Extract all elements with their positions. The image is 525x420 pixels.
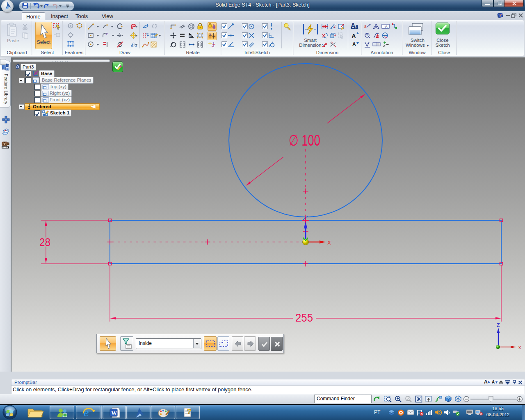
svg-text:?: ? (500, 13, 502, 17)
svg-text:255: 255 (295, 311, 313, 324)
svg-text:Z: Z (497, 322, 500, 328)
svg-text:W: W (111, 410, 117, 416)
svg-text:x: x (518, 345, 521, 350)
svg-text:-A-: -A- (384, 25, 389, 29)
svg-text:?: ? (187, 408, 191, 415)
svg-text:∅ 100: ∅ 100 (289, 132, 320, 149)
svg-text:28: 28 (39, 236, 50, 249)
svg-text:A1: A1 (384, 35, 387, 38)
svg-text:X: X (327, 240, 331, 246)
svg-text:a: a (364, 24, 367, 29)
svg-text:7: 7 (366, 34, 368, 37)
